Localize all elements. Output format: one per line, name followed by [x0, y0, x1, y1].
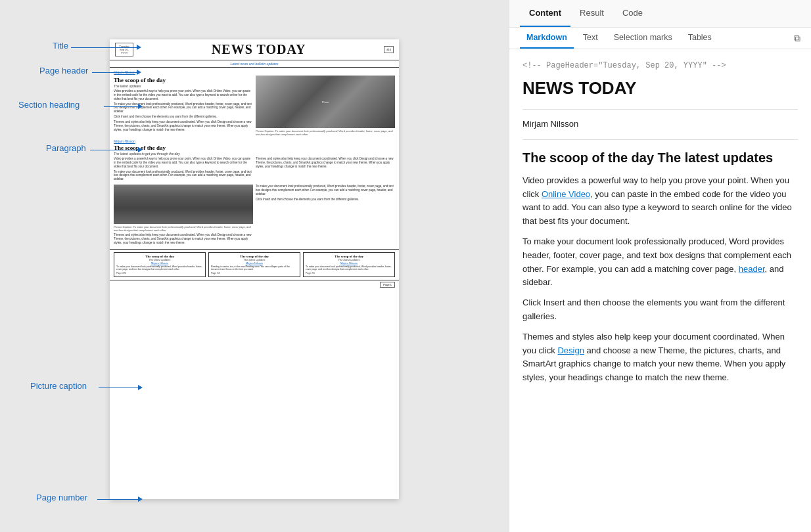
doc-section-heading: The scoop of the day: [114, 77, 253, 83]
document-preview: TuesdaySep 20,YYYY NEWS TODAY #10 Latest…: [110, 39, 399, 499]
tab-content[interactable]: Content: [520, 0, 570, 27]
copy-icon[interactable]: ⧉: [794, 33, 800, 44]
doc-columns-top: The scoop of the day The latest updates …: [114, 76, 395, 137]
doc-author-2: Mirjam Nilsson: [114, 139, 395, 143]
right-tabs-top: Content Result Code: [509, 0, 811, 28]
md-author: Mirjam Nilsson: [522, 118, 798, 131]
doc-footer: Page 1: [110, 280, 399, 289]
doc-paragraph-1: Video provides a powerful way to help yo…: [114, 89, 253, 101]
annotation-picture-caption: Picture caption: [30, 381, 87, 391]
doc-section-sub-2: The latest updates to get you through th…: [114, 152, 395, 156]
doc-text-c1: Themes and styles also help keep your do…: [114, 233, 253, 245]
doc-text-b1: Video provides a powerful way to help yo…: [114, 157, 253, 169]
doc-image-2: [114, 185, 253, 224]
doc-thumb-author-2: Mirjam Nilsson: [211, 261, 298, 265]
md-link-2: header: [739, 264, 765, 274]
tab-selection-marks[interactable]: Selection marks: [607, 28, 679, 49]
md-p2: To make your document look professionall…: [522, 235, 798, 290]
doc-thumb-text-1: To make your document look professionall…: [116, 265, 203, 271]
doc-paragraph-4: Themes and styles also help keep your do…: [114, 120, 253, 132]
doc-columns-bottom: Video provides a powerful way to help yo…: [114, 157, 395, 183]
doc-thumb-page-2: Page XX: [211, 272, 298, 275]
doc-thumb-text-2: Reading is easier, too, in the new Readi…: [211, 265, 298, 271]
annotation-section-heading: Section heading: [18, 100, 80, 110]
doc-image-row: Picture Caption: To make your document l…: [114, 185, 395, 246]
doc-paragraph-3: Click Insert and then choose the element…: [114, 115, 253, 119]
doc-thumb-text-3: To make your document look professionall…: [306, 265, 392, 271]
doc-subheader: Latest news and bulletin updates: [110, 60, 399, 68]
md-p1: Video provides a powerful way to help yo…: [522, 174, 798, 229]
tab-text[interactable]: Text: [576, 28, 605, 49]
tab-code[interactable]: Code: [613, 0, 652, 27]
doc-thumb-3: The scoop of the day The latest updates …: [303, 252, 395, 277]
right-panel: Content Result Code Markdown Text Select…: [509, 0, 811, 532]
doc-author: Mirjam Nilsson: [114, 70, 395, 74]
tab-result[interactable]: Result: [570, 0, 613, 27]
right-content: <!-- PageHeader="Tuesday, Sep 20, YYYY" …: [509, 49, 811, 532]
doc-thumb-2: The scoop of the day The latest updates …: [208, 252, 300, 277]
doc-col-img-right: To make your document look professionall…: [256, 185, 395, 246]
md-link-1: Online Video: [542, 189, 590, 199]
doc-thumb-1: The scoop of the day The latest updates …: [114, 252, 206, 277]
annotation-paragraph: Paragraph: [46, 143, 86, 153]
doc-page-number: Page 1: [380, 282, 395, 288]
ann-pn-line: [97, 499, 138, 500]
annotation-page-header: Page header: [39, 66, 88, 76]
doc-date: TuesdaySep 20,YYYY: [115, 43, 133, 57]
doc-issue: #10: [384, 46, 394, 53]
tab-tables[interactable]: Tables: [682, 28, 718, 49]
md-p4: Themes and styles also help keep your do…: [522, 330, 798, 385]
md-h2: The scoop of the day The latest updates: [522, 148, 798, 167]
md-divider-2: [522, 139, 798, 140]
md-comment-1: <!-- PageHeader="Tuesday, Sep 20, YYYY" …: [522, 60, 798, 72]
doc-col-b-right: Themes and styles also help keep your do…: [256, 157, 395, 183]
doc-text-b2: To make your document look professionall…: [114, 170, 253, 182]
doc-text-b3: Themes and styles also help keep your do…: [256, 157, 395, 169]
doc-caption-2: Picture Caption: To make your document l…: [114, 225, 253, 232]
tab-markdown[interactable]: Markdown: [520, 28, 574, 49]
doc-thumbnails: The scoop of the day The latest updates …: [110, 249, 399, 280]
annotation-page-number: Page number: [36, 493, 87, 502]
doc-col-img-left: Picture Caption: To make your document l…: [114, 185, 253, 246]
doc-text-c3: Click Insert and then choose the element…: [256, 198, 395, 202]
doc-thumb-page-1: Page XXI: [116, 272, 203, 275]
right-tabs-sub: Markdown Text Selection marks Tables ⧉: [509, 28, 811, 49]
doc-header: TuesdaySep 20,YYYY NEWS TODAY #10: [110, 39, 399, 60]
doc-section-sub: The latest updates: [114, 84, 253, 88]
doc-section-heading-2: The scoop of the day: [114, 144, 395, 151]
md-divider-1: [522, 109, 798, 110]
doc-col-left: The scoop of the day The latest updates …: [114, 76, 253, 137]
doc-title: NEWS TODAY: [133, 42, 384, 57]
annotation-title: Title: [53, 41, 68, 51]
doc-caption-1: Picture Caption: To make your document l…: [256, 129, 395, 136]
doc-thumb-page-3: Page XX: [306, 272, 392, 275]
left-panel: TuesdaySep 20,YYYY NEWS TODAY #10 Latest…: [0, 0, 509, 532]
doc-paragraph-2: To make your document look professionall…: [114, 102, 253, 114]
md-h1: NEWS TODAY: [522, 76, 798, 101]
doc-col-b-left: Video provides a powerful way to help yo…: [114, 157, 253, 183]
doc-thumb-author-3: Mirjam Nilsson: [306, 261, 392, 265]
doc-body: Mirjam Nilsson The scoop of the day The …: [110, 68, 399, 249]
doc-thumb-author-1: Mirjam Nilsson: [116, 261, 203, 265]
md-p3: Click Insert and then choose the element…: [522, 296, 798, 324]
doc-col-right: Photo Picture Caption: To make your docu…: [256, 76, 395, 137]
doc-image-1: Photo: [256, 76, 395, 128]
md-link-3: Design: [557, 345, 584, 355]
doc-text-c2: To make your document look professionall…: [256, 185, 395, 196]
